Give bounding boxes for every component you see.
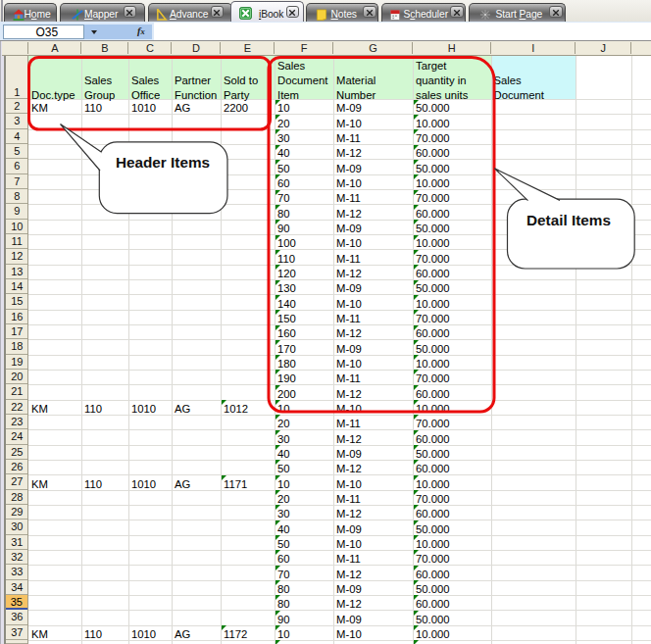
- svg-text:Detail Items: Detail Items: [526, 212, 611, 228]
- svg-text:Header Items: Header Items: [116, 154, 210, 171]
